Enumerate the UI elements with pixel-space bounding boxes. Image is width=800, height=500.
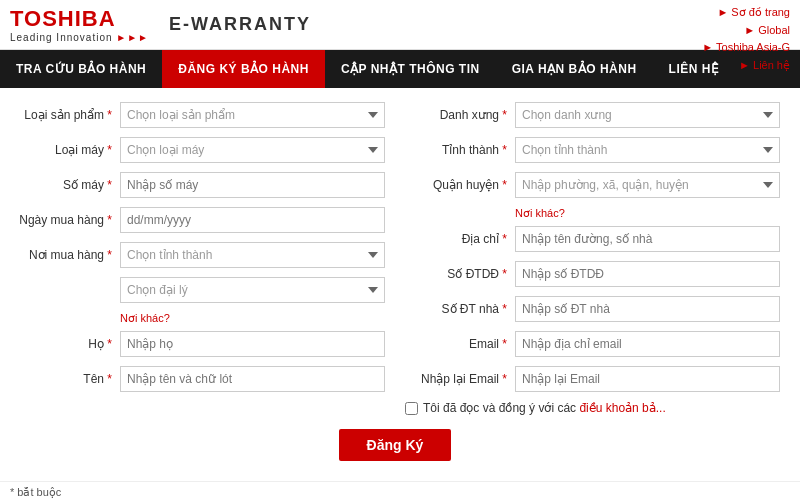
select-dai-ly[interactable]: Chọn đại lý [120,277,385,303]
input-so-may[interactable] [120,172,385,198]
select-loai-may[interactable]: Chọn loại máy [120,137,385,163]
row-loai-may: Loại máy * Chọn loại máy [10,137,385,163]
submit-button[interactable]: Đăng Ký [339,429,452,461]
link-global[interactable]: ► Global [702,22,790,40]
label-ngay-mua: Ngày mua hàng * [10,213,120,227]
header-links: ► Sơ đồ trang ► Global ► Toshiba Asia-G … [702,4,790,74]
terms-checkbox[interactable] [405,402,418,415]
row-ngay-mua: Ngày mua hàng * [10,207,385,233]
row-so-dt-nha: Số ĐT nhà * [405,296,780,322]
label-email: Email * [405,337,515,351]
select-danh-xung[interactable]: Chọn danh xưng [515,102,780,128]
row-quan-huyen: Quận huyện * Nhập phường, xã, quận, huyệ… [405,172,780,198]
logo-toshiba: TOSHIBA [10,6,116,32]
header: TOSHIBA Leading Innovation ►►► E-WARRANT… [0,0,800,50]
label-loai-san-pham: Loại sản phẩm * [10,108,120,122]
select-tinh-thanh[interactable]: Chọn tỉnh thành [515,137,780,163]
nav-gia-han[interactable]: GIA HẠN BẢO HÀNH [496,50,653,88]
row-so-may: Số máy * [10,172,385,198]
main-nav: TRA CỨU BẢO HÀNH ĐĂNG KÝ BẢO HÀNH CẬP NH… [0,50,800,88]
input-ngay-mua[interactable] [120,207,385,233]
noi-khac-right[interactable]: Nơi khác? [515,207,780,220]
header-title: E-WARRANTY [169,14,311,35]
select-tinh-thanh-mua[interactable]: Chọn tỉnh thành [120,242,385,268]
nav-tra-cuu[interactable]: TRA CỨU BẢO HÀNH [0,50,162,88]
label-loai-may: Loại máy * [10,143,120,157]
row-so-dtdd: Số ĐTDĐ * [405,261,780,287]
label-danh-xung: Danh xưng * [405,108,515,122]
link-so-do-trang[interactable]: ► Sơ đồ trang [702,4,790,22]
row-ten: Tên * [10,366,385,392]
row-email-confirm: Nhập lại Email * [405,366,780,392]
label-dia-chi: Địa chỉ * [405,232,515,246]
noi-khac-left[interactable]: Nơi khác? [120,312,385,325]
label-so-dtdd: Số ĐTDĐ * [405,267,515,281]
row-dai-ly: Chọn đại lý [10,277,385,303]
label-ten: Tên * [10,372,120,386]
nav-dang-ky[interactable]: ĐĂNG KÝ BẢO HÀNH [162,50,325,88]
label-so-dt-nha: Số ĐT nhà * [405,302,515,316]
row-dia-chi: Địa chỉ * [405,226,780,252]
row-noi-mua: Nơi mua hàng * Chọn tỉnh thành [10,242,385,268]
label-email-confirm: Nhập lại Email * [405,372,515,386]
logo-sub: Leading Innovation ►►► [10,32,149,43]
select-quan-huyen[interactable]: Nhập phường, xã, quận, huyện [515,172,780,198]
row-tinh-thanh: Tỉnh thành * Chọn tỉnh thành [405,137,780,163]
form-area: Loại sản phẩm * Chọn loại sản phẩm Loại … [0,88,800,481]
row-ho: Họ * [10,331,385,357]
footer-note: * bắt buộc [0,481,800,500]
input-ho[interactable] [120,331,385,357]
input-dia-chi[interactable] [515,226,780,252]
form-col-left: Loại sản phẩm * Chọn loại sản phẩm Loại … [10,102,385,415]
checkbox-label: Tôi đã đọc và đồng ý với các điều khoản … [423,401,666,415]
nav-cap-nhat[interactable]: CẬP NHẬT THÔNG TIN [325,50,496,88]
logo: TOSHIBA Leading Innovation ►►► [10,6,149,43]
label-ho: Họ * [10,337,120,351]
checkbox-row: Tôi đã đọc và đồng ý với các điều khoản … [405,401,780,415]
row-danh-xung: Danh xưng * Chọn danh xưng [405,102,780,128]
terms-link[interactable]: điều khoản bả... [579,401,665,415]
label-tinh-thanh: Tỉnh thành * [405,143,515,157]
input-ten[interactable] [120,366,385,392]
row-email: Email * [405,331,780,357]
row-loai-san-pham: Loại sản phẩm * Chọn loại sản phẩm [10,102,385,128]
label-so-may: Số máy * [10,178,120,192]
input-so-dtdd[interactable] [515,261,780,287]
form-grid: Loại sản phẩm * Chọn loại sản phẩm Loại … [10,102,780,415]
input-email-confirm[interactable] [515,366,780,392]
input-email[interactable] [515,331,780,357]
submit-area: Đăng Ký [10,429,780,461]
label-noi-mua: Nơi mua hàng * [10,248,120,262]
label-quan-huyen: Quận huyện * [405,178,515,192]
link-lien-he[interactable]: ► Liên hệ [702,57,790,75]
form-col-right: Danh xưng * Chọn danh xưng Tỉnh thành * … [405,102,780,415]
link-toshiba-asia[interactable]: ► Toshiba Asia-G [702,39,790,57]
input-so-dt-nha[interactable] [515,296,780,322]
select-loai-san-pham[interactable]: Chọn loại sản phẩm [120,102,385,128]
